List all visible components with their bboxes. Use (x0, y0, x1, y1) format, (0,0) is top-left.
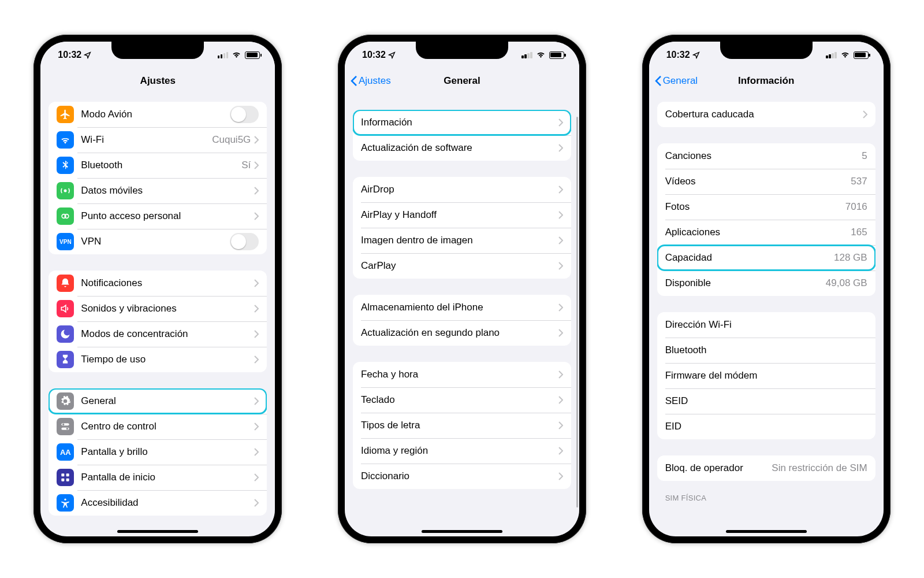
settings-content[interactable]: Modo Avión Wi-Fi Cuqui5G Bluetooth (40, 94, 275, 536)
row-label: VPN (81, 236, 230, 247)
row-pip[interactable]: Imagen dentro de imagen (353, 228, 571, 253)
row-label: Diccionario (361, 470, 558, 482)
about-content[interactable]: Cobertura caducada Canciones 5 Vídeos 53… (649, 94, 884, 536)
row-seid[interactable]: SEID (657, 388, 875, 414)
row-fonts[interactable]: Tipos de letra (353, 413, 571, 438)
row-general[interactable]: General (49, 388, 267, 414)
chevron-right-icon (558, 211, 563, 219)
airplane-icon (57, 106, 74, 123)
chevron-right-icon (558, 370, 563, 379)
row-label: Fotos (665, 201, 845, 213)
wifi-icon (232, 50, 241, 60)
row-label: Accesibilidad (81, 497, 254, 509)
row-label: Aplicaciones (665, 227, 851, 238)
scroll-indicator[interactable] (576, 117, 578, 507)
row-language[interactable]: Idioma y región (353, 438, 571, 464)
row-bluetooth-address[interactable]: Bluetooth (657, 338, 875, 363)
chevron-right-icon (558, 118, 563, 127)
row-sounds[interactable]: Sonidos y vibraciones (49, 296, 267, 321)
back-button[interactable]: General (655, 68, 698, 93)
battery-icon (245, 51, 260, 59)
home-indicator[interactable] (726, 530, 807, 533)
status-time: 10:32 (58, 50, 81, 60)
row-label: Firmware del módem (665, 370, 867, 381)
chevron-right-icon (558, 421, 563, 429)
row-about[interactable]: Información (353, 110, 571, 135)
page-title: General (444, 75, 480, 87)
settings-group-system: General Centro de control AA Pantalla y … (49, 388, 267, 516)
row-cellular[interactable]: Datos móviles (49, 178, 267, 203)
row-vpn[interactable]: VPN VPN (49, 229, 267, 254)
row-videos: Vídeos 537 (657, 169, 875, 194)
row-label: AirPlay y Handoff (361, 209, 558, 221)
row-home-screen[interactable]: Pantalla de inicio (49, 465, 267, 490)
row-wifi-address[interactable]: Dirección Wi-Fi (657, 312, 875, 338)
status-time: 10:32 (362, 50, 386, 60)
row-accessibility[interactable]: Accesibilidad (49, 490, 267, 516)
row-airplay[interactable]: AirPlay y Handoff (353, 202, 571, 228)
row-carrier-lock: Bloq. de operador Sin restricción de SIM (657, 455, 875, 481)
row-background-refresh[interactable]: Actualización en segundo plano (353, 320, 571, 346)
bell-icon (57, 275, 74, 292)
row-modem-firmware[interactable]: Firmware del módem (657, 363, 875, 388)
moon-icon (57, 325, 74, 343)
row-label: Disponible (665, 277, 826, 289)
row-storage[interactable]: Almacenamiento del iPhone (353, 295, 571, 320)
row-wifi[interactable]: Wi-Fi Cuqui5G (49, 127, 267, 153)
row-airdrop[interactable]: AirDrop (353, 177, 571, 202)
accessibility-icon (57, 494, 74, 512)
row-value: 7016 (845, 201, 867, 213)
row-hotspot[interactable]: Punto acceso personal (49, 203, 267, 229)
chevron-right-icon (558, 144, 563, 152)
row-airplane-mode[interactable]: Modo Avión (49, 102, 267, 127)
home-indicator[interactable] (422, 530, 502, 533)
battery-icon (549, 51, 564, 59)
vpn-toggle[interactable] (230, 233, 259, 250)
row-label: Pantalla de inicio (81, 472, 254, 483)
row-screen-time[interactable]: Tiempo de uso (49, 347, 267, 372)
notch (111, 42, 204, 59)
row-label: Punto acceso personal (81, 210, 254, 222)
row-dictionary[interactable]: Diccionario (353, 464, 571, 489)
row-focus[interactable]: Modos de concentración (49, 321, 267, 347)
row-capacity: Capacidad 128 GB (657, 245, 875, 271)
row-notifications[interactable]: Notificaciones (49, 271, 267, 296)
chevron-right-icon (254, 397, 259, 405)
about-group-counts: Canciones 5 Vídeos 537 Fotos 7016 Aplica… (657, 143, 875, 296)
chevron-right-icon (254, 187, 259, 195)
back-button[interactable]: Ajustes (351, 68, 391, 93)
row-value: 5 (862, 150, 867, 162)
row-datetime[interactable]: Fecha y hora (353, 362, 571, 387)
svg-point-0 (64, 190, 67, 192)
row-carplay[interactable]: CarPlay (353, 253, 571, 279)
chevron-right-icon (254, 355, 259, 364)
general-content[interactable]: Información Actualización de software Ai… (345, 94, 579, 536)
row-value: 165 (851, 227, 867, 238)
phone-frame-2: 10:32 Ajustes General Información (338, 35, 586, 543)
row-coverage[interactable]: Cobertura caducada (657, 102, 875, 127)
row-eid[interactable]: EID (657, 414, 875, 439)
row-software-update[interactable]: Actualización de software (353, 135, 571, 161)
settings-group-alerts: Notificaciones Sonidos y vibraciones Mod… (49, 271, 267, 372)
row-control-center[interactable]: Centro de control (49, 414, 267, 439)
navbar-settings: Ajustes (40, 68, 275, 94)
chevron-right-icon (558, 396, 563, 404)
home-indicator[interactable] (117, 530, 198, 533)
chevron-right-icon (558, 447, 563, 455)
svg-point-6 (66, 428, 68, 429)
phone-frame-3: 10:32 General Información Cobertura cadu… (642, 35, 891, 543)
row-label: EID (665, 421, 867, 432)
row-label: Canciones (665, 150, 862, 162)
chevron-right-icon (558, 329, 563, 337)
row-keyboard[interactable]: Teclado (353, 387, 571, 413)
row-label: Almacenamiento del iPhone (361, 302, 558, 313)
section-header-sim: SIM FÍSICA (657, 481, 875, 506)
display-icon: AA (57, 443, 74, 461)
row-label: SEID (665, 395, 867, 407)
airplane-toggle[interactable] (230, 106, 259, 123)
row-display[interactable]: AA Pantalla y brillo (49, 439, 267, 465)
cellular-signal-icon (521, 52, 532, 58)
bluetooth-icon (57, 157, 74, 174)
row-bluetooth[interactable]: Bluetooth Sí (49, 153, 267, 178)
chevron-right-icon (254, 305, 259, 313)
